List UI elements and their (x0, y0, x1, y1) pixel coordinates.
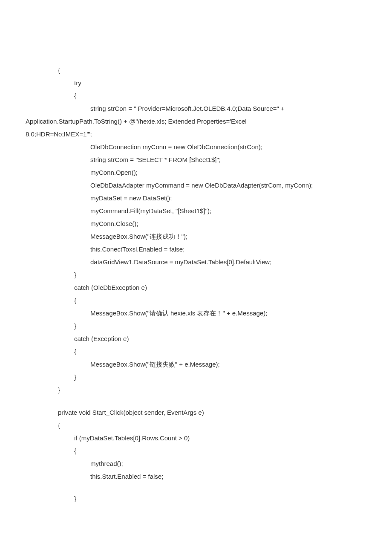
code-line: catch (OleDbException e) (26, 281, 366, 294)
code-line: } (26, 384, 366, 396)
code-line: this.Start.Enabled = false; (26, 470, 366, 483)
code-line: catch (Exception e) (26, 332, 366, 345)
code-line: OleDbConnection myConn = new OleDbConnec… (26, 141, 366, 153)
code-block: {try{string strCon = " Provider=Microsof… (26, 51, 366, 505)
code-line: { (26, 345, 366, 358)
blank-line (26, 396, 366, 406)
code-line: { (26, 445, 366, 457)
code-line: MessageBox.Show("链接失败" + e.Message); (26, 358, 366, 371)
blank-line (26, 483, 366, 493)
code-line: dataGridView1.DataSource = myDataSet.Tab… (26, 256, 366, 269)
code-line: myDataSet = new DataSet(); (26, 192, 366, 205)
code-line: this.ConectToxsl.Enabled = false; (26, 243, 366, 256)
code-line: { (26, 90, 366, 102)
code-line: MessageBox.Show("连接成功！"); (26, 230, 366, 243)
code-line: myConn.Open(); (26, 166, 366, 179)
code-line: Application.StartupPath.ToString() + @"/… (26, 115, 366, 128)
code-line: mythread(); (26, 457, 366, 470)
code-line: string strCon = " Provider=Microsoft.Jet… (26, 102, 366, 115)
code-line: { (26, 419, 366, 432)
code-line: myConn.Close(); (26, 217, 366, 230)
code-line: MessageBox.Show("请确认 hexie.xls 表存在！" + e… (26, 307, 366, 320)
code-line: if (myDataSet.Tables[0].Rows.Count > 0) (26, 432, 366, 445)
code-line: { (26, 294, 366, 307)
code-line: try (26, 77, 366, 90)
code-line: myCommand.Fill(myDataSet, "[Sheet1$]"); (26, 205, 366, 217)
code-line: 8.0;HDR=No;IMEX=1'"; (26, 128, 366, 141)
code-line: string strCom = "SELECT * FROM [Sheet1$]… (26, 153, 366, 166)
code-line: } (26, 320, 366, 332)
code-line: } (26, 492, 366, 505)
code-line: OleDbDataAdapter myCommand = new OleDbDa… (26, 179, 366, 192)
code-line: } (26, 371, 366, 384)
code-line: private void Start_Click(object sender, … (26, 406, 366, 419)
code-line: } (26, 269, 366, 281)
code-line: { (26, 64, 366, 77)
